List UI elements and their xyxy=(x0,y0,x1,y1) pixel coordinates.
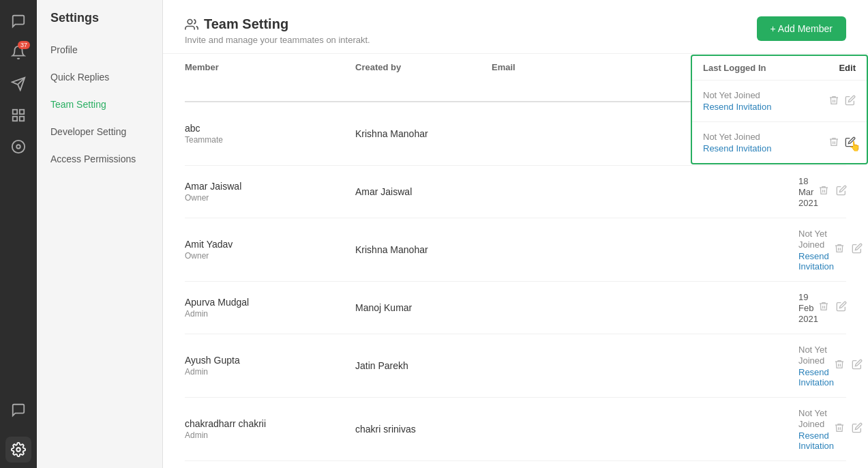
created-by: Krishna Manohar xyxy=(355,244,492,255)
sidebar-item-quick-replies[interactable]: Quick Replies xyxy=(37,63,162,91)
member-role: Admin xyxy=(185,430,355,440)
edit-icon[interactable] xyxy=(852,243,863,257)
table-row: chakri rahul Admin chakri srinivas 12 Ja… xyxy=(185,461,846,468)
member-info: chakradharr chakrii Admin xyxy=(185,418,355,440)
member-name: Amit Yadav xyxy=(185,239,355,250)
sidebar-item-access-permissions[interactable]: Access Permissions xyxy=(37,145,162,173)
last-login: Not Yet Joined Resend Invitation xyxy=(798,407,834,451)
popup-resend-link[interactable]: Resend Invitation xyxy=(703,143,828,153)
edit-icon[interactable] xyxy=(852,422,863,436)
table-row: Ayush Gupta Admin Jatin Parekh Not Yet J… xyxy=(185,334,846,398)
member-name: Apurva Mudgal xyxy=(185,297,355,308)
sidebar-title: Settings xyxy=(37,11,162,36)
col-member: Member xyxy=(185,62,355,93)
svg-rect-5 xyxy=(13,117,17,121)
notifications-nav-icon[interactable]: 37 xyxy=(5,40,31,65)
member-role: Owner xyxy=(185,193,355,203)
table-row: Amar Jaiswal Owner Amar Jaiswal 18 Mar 2… xyxy=(185,166,846,218)
row-actions xyxy=(818,185,868,199)
team-icon xyxy=(185,18,198,31)
table-row: Amit Yadav Owner Krishna Manohar Not Yet… xyxy=(185,218,846,282)
delete-icon[interactable] xyxy=(834,359,845,372)
member-info: Amit Yadav Owner xyxy=(185,239,355,261)
member-role: Teammate xyxy=(185,135,355,145)
notification-badge: 37 xyxy=(18,41,30,49)
member-role: Owner xyxy=(185,251,355,261)
login-date: 18 Mar 2021 xyxy=(798,176,818,208)
popup-col-edit: Edit xyxy=(839,63,856,73)
row-actions xyxy=(834,422,868,436)
page-subtitle: Invite and manage your teammates on inte… xyxy=(185,35,370,45)
svg-point-9 xyxy=(188,19,192,24)
popup-col-login: Last Logged In xyxy=(703,63,833,73)
delete-icon[interactable] xyxy=(834,422,845,436)
member-name: Ayush Gupta xyxy=(185,355,355,366)
help-nav-icon[interactable] xyxy=(5,397,31,423)
svg-rect-4 xyxy=(20,117,24,121)
popup-edit-icon-active[interactable]: 👆 xyxy=(845,136,856,149)
svg-point-7 xyxy=(16,145,20,149)
created-by: chakri srinivas xyxy=(355,424,492,435)
col-email: Email xyxy=(492,62,696,93)
resend-invitation-link[interactable]: Resend Invitation xyxy=(798,367,834,387)
analytics-nav-icon[interactable] xyxy=(5,134,31,160)
grid-nav-icon[interactable] xyxy=(5,102,31,128)
main-content: Team Setting Invite and manage your team… xyxy=(163,0,868,468)
member-role: Admin xyxy=(185,367,355,377)
edit-popup: Last Logged In Edit Not Yet Joined Resen… xyxy=(691,55,868,164)
resend-invitation-link[interactable]: Resend Invitation xyxy=(798,251,834,272)
edit-icon[interactable] xyxy=(836,185,847,199)
member-name: Amar Jaiswal xyxy=(185,181,355,192)
last-login: Not Yet Joined Resend Invitation xyxy=(798,344,834,387)
col-created-by: Created by xyxy=(355,62,492,93)
delete-icon[interactable] xyxy=(818,185,829,199)
add-member-button[interactable]: + Add Member xyxy=(757,16,846,41)
svg-point-6 xyxy=(12,141,25,153)
created-by: Amar Jaiswal xyxy=(355,186,492,197)
member-role: Admin xyxy=(185,309,355,319)
popup-row: Not Yet Joined Resend Invitation xyxy=(692,81,867,122)
sidebar-item-profile[interactable]: Profile xyxy=(37,36,162,63)
member-info: abc Teammate xyxy=(185,123,355,145)
page-header: Team Setting Invite and manage your team… xyxy=(163,0,868,54)
edit-icon[interactable] xyxy=(836,301,847,315)
not-yet-joined-label: Not Yet Joined xyxy=(798,408,827,429)
popup-delete-icon[interactable] xyxy=(828,136,839,149)
member-name: abc xyxy=(185,123,355,134)
delete-icon[interactable] xyxy=(818,301,829,315)
member-name: chakradharr chakrii xyxy=(185,418,355,429)
popup-not-joined: Not Yet Joined xyxy=(703,132,760,142)
not-yet-joined-label: Not Yet Joined xyxy=(798,345,827,366)
table-row: Apurva Mudgal Admin Manoj Kumar 19 Feb 2… xyxy=(185,282,846,334)
icon-bar: 37 xyxy=(0,0,37,468)
created-by: Jatin Parekh xyxy=(355,360,492,371)
popup-header: Last Logged In Edit xyxy=(692,56,867,81)
popup-resend-link[interactable]: Resend Invitation xyxy=(703,102,828,112)
resend-invitation-link[interactable]: Resend Invitation xyxy=(798,430,834,451)
created-by: Manoj Kumar xyxy=(355,302,492,313)
edit-icon[interactable] xyxy=(852,359,863,372)
popup-delete-icon[interactable] xyxy=(828,95,839,108)
chat-nav-icon[interactable] xyxy=(5,8,31,34)
sidebar: Settings Profile Quick Replies Team Sett… xyxy=(37,0,163,468)
member-info: Amar Jaiswal Owner xyxy=(185,181,355,203)
last-login: 18 Mar 2021 xyxy=(798,175,818,208)
svg-rect-2 xyxy=(13,110,17,114)
row-actions xyxy=(834,359,868,372)
svg-point-8 xyxy=(16,448,20,452)
settings-nav-icon[interactable] xyxy=(5,437,31,463)
login-date: 19 Feb 2021 xyxy=(798,292,818,324)
svg-rect-3 xyxy=(20,110,24,114)
last-login: Not Yet Joined Resend Invitation xyxy=(798,228,834,272)
created-by: Krishna Manohar xyxy=(355,128,492,139)
popup-not-joined: Not Yet Joined xyxy=(703,90,760,100)
popup-edit-icon[interactable] xyxy=(845,95,856,108)
last-login: 19 Feb 2021 xyxy=(798,291,818,324)
page-title: Team Setting xyxy=(185,16,370,32)
popup-row: Not Yet Joined Resend Invitation 👆 xyxy=(692,122,867,163)
sidebar-item-team-setting[interactable]: Team Setting xyxy=(37,91,162,118)
table-row: chakradharr chakrii Admin chakri sriniva… xyxy=(185,398,846,461)
send-nav-icon[interactable] xyxy=(5,71,31,97)
sidebar-item-developer-setting[interactable]: Developer Setting xyxy=(37,118,162,145)
delete-icon[interactable] xyxy=(834,243,845,257)
